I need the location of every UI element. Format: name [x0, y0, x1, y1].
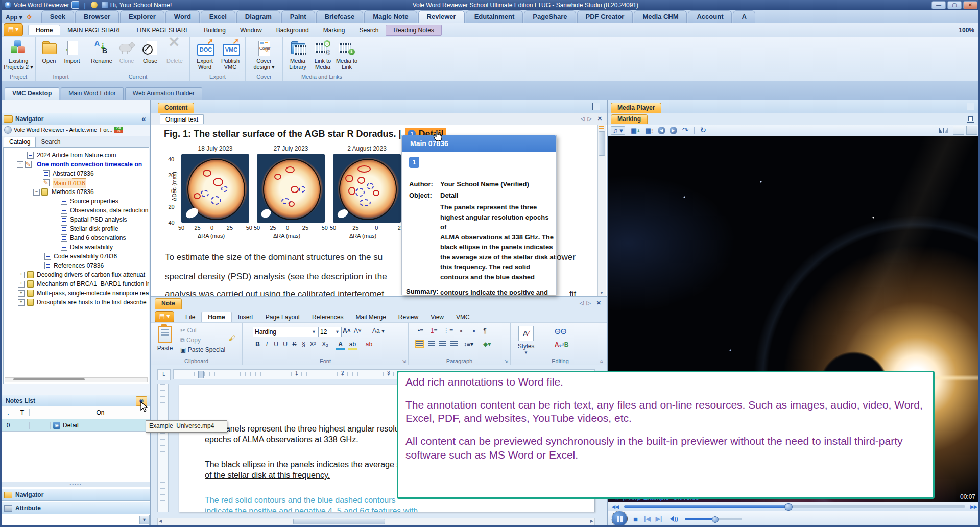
- publish-vmc-button[interactable]: ➚VMC Publish VMC: [218, 38, 243, 70]
- media-replay-icon[interactable]: ↷: [682, 126, 689, 135]
- tab-explorer[interactable]: Explorer: [120, 10, 164, 23]
- seek-thumb[interactable]: [784, 503, 793, 511]
- notes-row-detail[interactable]: 0 ◉ Detail: [2, 419, 150, 432]
- tab-reviewer[interactable]: Reviewer: [418, 10, 465, 23]
- pane-right-icon[interactable]: ▷: [588, 115, 592, 122]
- strikethrough-button[interactable]: S: [290, 340, 299, 348]
- note-pane-close-icon[interactable]: ✕: [596, 300, 601, 306]
- tree-item[interactable]: Source properties: [4, 197, 149, 206]
- marking-tab[interactable]: Marking: [611, 114, 648, 124]
- attribute-combobox[interactable]: ▼: [3, 515, 150, 526]
- tree-item[interactable]: −Methods 07836: [4, 187, 149, 197]
- underline-button[interactable]: U: [271, 340, 281, 348]
- original-text-tab[interactable]: Original text: [160, 114, 204, 124]
- font-color-button[interactable]: A: [336, 340, 345, 350]
- open-button[interactable]: Open: [38, 38, 60, 64]
- indent-marker[interactable]: [198, 371, 204, 378]
- export-word-button[interactable]: ➚DOC Export Word: [192, 38, 218, 70]
- collapse-icon[interactable]: «: [141, 114, 146, 124]
- tree-item[interactable]: Data availability: [4, 243, 149, 252]
- thumbnail-button-2[interactable]: [966, 126, 977, 135]
- scroll-down-icon[interactable]: ▼: [600, 291, 604, 295]
- tab-media-chm[interactable]: Media CHM: [634, 10, 687, 23]
- italic-button[interactable]: I: [262, 340, 272, 348]
- bullet-list-icon[interactable]: •≡: [416, 327, 425, 335]
- tree-expander[interactable]: −: [17, 161, 23, 168]
- note-tab-view[interactable]: View: [424, 312, 450, 322]
- vertical-ruler[interactable]: [157, 384, 169, 512]
- content-panel-tab[interactable]: Content: [158, 103, 194, 113]
- media-library-button[interactable]: Media Library: [285, 38, 310, 70]
- tree-item[interactable]: Abstract 07836: [4, 169, 149, 178]
- subtab-search[interactable]: Search: [352, 25, 386, 35]
- note-tab-file[interactable]: File: [179, 312, 201, 322]
- subtab-building[interactable]: Building: [197, 25, 233, 35]
- media-skip-back-icon[interactable]: ◀: [658, 127, 665, 134]
- popup-badge[interactable]: 1: [409, 157, 419, 168]
- tree-item[interactable]: Stellar disk profile: [4, 224, 149, 233]
- note-file-button[interactable]: ▤ ▾: [155, 311, 174, 322]
- format-painter-icon[interactable]: 🖌︎: [228, 334, 235, 342]
- subtab-link-pageshare[interactable]: LINK PAGESHARE: [129, 25, 197, 35]
- clear-format-button[interactable]: ab: [364, 340, 374, 348]
- subtab-window[interactable]: Window: [233, 25, 269, 35]
- tab-seek[interactable]: Seek: [41, 10, 74, 23]
- popup-title[interactable]: Main 07836: [402, 135, 556, 152]
- tree-item[interactable]: References 07836: [4, 261, 149, 270]
- replace-icon[interactable]: A⇄B: [555, 341, 568, 348]
- tab-account[interactable]: Account: [688, 10, 732, 23]
- tab-search[interactable]: Search: [36, 137, 65, 147]
- media-skip-forward-icon[interactable]: ▶: [670, 127, 677, 134]
- note-pane-left-icon[interactable]: ◁: [580, 300, 584, 306]
- tree-item[interactable]: Main 07836: [4, 178, 149, 187]
- tree-item[interactable]: −One month convection timescale on: [4, 160, 149, 169]
- tab-a[interactable]: A: [733, 10, 755, 23]
- copy-button[interactable]: ⧉ Copy: [180, 337, 201, 344]
- note-pane-right-icon[interactable]: ▷: [587, 300, 591, 306]
- note-panel-tab[interactable]: Note: [155, 298, 182, 309]
- pane-left-icon[interactable]: ◁: [581, 115, 585, 122]
- next-button[interactable]: ▶|: [656, 515, 662, 522]
- tab-diagram[interactable]: Diagram: [236, 10, 280, 23]
- subtab-home[interactable]: Home: [28, 25, 60, 35]
- numbered-list-icon[interactable]: 1≡: [429, 327, 439, 335]
- media-player-tab[interactable]: Media Player: [611, 103, 661, 113]
- find-icon[interactable]: ΘΘ: [555, 327, 566, 336]
- media-to-link-button[interactable]: + Media to Link: [335, 38, 358, 70]
- existing-projects-button[interactable]: Existing Projects 2 ▾: [4, 38, 33, 70]
- col-dot[interactable]: .: [2, 409, 15, 416]
- marking-restore-icon[interactable]: [967, 115, 974, 123]
- increase-indent-icon[interactable]: ⇥: [468, 327, 477, 335]
- subtab-reading-notes[interactable]: Reading Notes: [386, 25, 441, 36]
- grow-font-button[interactable]: A˄: [342, 327, 352, 335]
- seek-rewind-icon[interactable]: ◀◀: [612, 504, 619, 509]
- note-tab-review[interactable]: Review: [392, 312, 424, 322]
- styles-button[interactable]: A∕ Styles▼: [516, 326, 536, 355]
- link-to-media-button[interactable]: ◍ ⛓ Link to Media: [310, 38, 335, 70]
- content-vscrollbar[interactable]: ▼: [597, 125, 606, 296]
- media-maximize-icon[interactable]: [967, 103, 974, 110]
- tree-item[interactable]: Observations, data reduction: [4, 206, 149, 215]
- shading-icon[interactable]: ◆▾: [482, 340, 492, 348]
- workspace-tab-web-animation-builder[interactable]: Web Animation Builder: [125, 87, 202, 100]
- seek-bar[interactable]: [624, 505, 965, 508]
- subtab-marking[interactable]: Marking: [316, 25, 352, 35]
- tree-item[interactable]: Spatial PSD analysis: [4, 215, 149, 224]
- font-size-combo[interactable]: 12▼: [318, 327, 342, 337]
- flip-icon[interactable]: [939, 128, 948, 133]
- import-button[interactable]: ← Import: [60, 38, 84, 64]
- note-tab-references[interactable]: References: [306, 312, 349, 322]
- maximize-button[interactable]: ▢: [947, 1, 962, 9]
- thumbnail-button-1[interactable]: [953, 126, 964, 135]
- font-family-combo[interactable]: Harding▼: [253, 327, 318, 337]
- close-document-button[interactable]: Close: [138, 38, 162, 64]
- pause-button[interactable]: [612, 511, 627, 526]
- multilevel-list-icon[interactable]: ⋮≡: [442, 327, 454, 335]
- rename-button[interactable]: A ⇣ B Rename: [88, 38, 115, 64]
- tree-expander[interactable]: +: [18, 290, 25, 297]
- seek-forward-icon[interactable]: ▶▶: [970, 504, 977, 509]
- tab-pageshare[interactable]: PageShare: [524, 10, 576, 23]
- subscript-button[interactable]: X₂: [320, 340, 330, 348]
- tree-item[interactable]: +Multi-pass, single-molecule nanopore re…: [4, 289, 149, 298]
- note-tab-vmc[interactable]: VMC: [450, 312, 476, 322]
